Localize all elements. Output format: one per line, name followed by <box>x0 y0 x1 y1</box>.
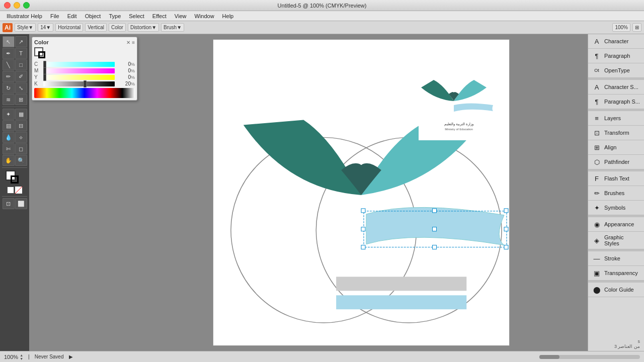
color-m-track[interactable] <box>43 68 115 73</box>
eyedropper-tool[interactable]: 💧 <box>3 132 15 143</box>
color-y-value[interactable]: 0 <box>117 74 131 80</box>
none-box[interactable] <box>7 187 14 194</box>
menu-view[interactable]: View <box>171 13 191 19</box>
color-y-thumb[interactable] <box>43 74 46 81</box>
minimize-button[interactable] <box>14 2 20 9</box>
color-panel-menu[interactable]: ≡ <box>132 40 135 45</box>
panel-item-color-guide[interactable]: ⬤ Color Guide <box>588 283 644 297</box>
panel-item-character[interactable]: A Character <box>588 34 644 49</box>
hand-tool[interactable]: ✋ <box>3 155 15 166</box>
color-y-track[interactable] <box>43 75 115 80</box>
panel-item-layers[interactable]: ≡ Layers <box>588 111 644 126</box>
panel-item-paragraph[interactable]: ¶ Paragraph <box>588 49 644 63</box>
select-tool[interactable]: ↖ <box>3 36 15 47</box>
menu-help[interactable]: Help <box>218 13 238 19</box>
toolbar-arrange[interactable]: ⊞ <box>632 23 641 32</box>
color-k-value[interactable]: 20 <box>117 81 131 86</box>
graph-tool[interactable]: ▦ <box>15 109 27 120</box>
warp-tool[interactable]: ≋ <box>3 94 15 105</box>
toolbar-horizontal[interactable]: Horizontal <box>55 23 83 32</box>
status-scrollbar[interactable] <box>539 355 640 359</box>
color-c-track[interactable] <box>43 62 115 67</box>
line-tool[interactable]: ╲ <box>3 59 15 70</box>
toolbar-distortion[interactable]: Distortion▼ <box>128 23 159 32</box>
zoom-down-arrow[interactable]: ▼ <box>20 357 23 360</box>
handle-mr-center[interactable] <box>433 227 437 231</box>
handle-bl[interactable] <box>361 245 365 249</box>
handle-bc[interactable] <box>433 245 437 249</box>
toolbar-size[interactable]: 14▼ <box>38 23 53 32</box>
free-transform-tool[interactable]: ⊞ <box>15 94 27 105</box>
panel-item-appearance[interactable]: ◉ Appearance <box>588 217 644 232</box>
light-blue-arc[interactable] <box>366 207 504 245</box>
handle-tr[interactable] <box>504 209 508 213</box>
paintbrush-tool[interactable]: ✏ <box>3 71 15 82</box>
pencil-tool[interactable]: ✐ <box>15 71 27 82</box>
type-tool[interactable]: T <box>15 48 27 59</box>
eraser-tool[interactable]: ◻ <box>15 143 27 154</box>
handle-tc[interactable] <box>433 209 437 213</box>
panel-item-character-styles[interactable]: A Character S... <box>588 80 644 95</box>
menu-object[interactable]: Object <box>81 13 105 19</box>
toolbox: ↖ ↗ ✒ T ╲ □ ✏ ✐ ↻ ⤡ ≋ ⊞ ✦ ▦ ▤ ⊟ <box>0 34 29 351</box>
scrollbar-thumb[interactable] <box>539 355 559 359</box>
menu-edit[interactable]: Edit <box>63 13 81 19</box>
zoom-up-arrow[interactable]: ▲ <box>20 353 23 357</box>
menu-illustrator-help[interactable]: Illustrator Help <box>3 13 46 19</box>
panel-item-stroke[interactable]: — Stroke <box>588 251 644 266</box>
handle-tl[interactable] <box>361 209 365 213</box>
color-stroke-swatch[interactable] <box>38 51 45 58</box>
rotate-tool[interactable]: ↻ <box>3 82 15 94</box>
menu-effect[interactable]: Effect <box>148 13 171 19</box>
handle-mr[interactable] <box>504 227 508 231</box>
panel-item-brushes[interactable]: ✏ Brushes <box>588 186 644 201</box>
panel-item-align[interactable]: ⊞ Align <box>588 140 644 155</box>
chart-tool[interactable]: ⊟ <box>15 120 27 131</box>
toolbar-style[interactable]: Style▼ <box>15 23 36 32</box>
color-panel-close[interactable]: ✕ <box>126 40 130 45</box>
panel-item-transparency[interactable]: ▣ Transparency <box>588 266 644 281</box>
rect-tool[interactable]: □ <box>15 59 27 70</box>
panel-item-pathfinder[interactable]: ⬡ Pathfinder <box>588 155 644 169</box>
menu-file[interactable]: File <box>46 13 63 19</box>
toolbar-brush[interactable]: Brush▼ <box>161 23 184 32</box>
maximize-button[interactable] <box>23 2 30 9</box>
color-spectrum[interactable] <box>34 88 135 98</box>
panel-item-flash-text[interactable]: F Flash Text <box>588 171 644 186</box>
color-c-value[interactable]: 0 <box>117 61 131 67</box>
scissors-tool[interactable]: ✄ <box>3 143 15 154</box>
panel-item-transform[interactable]: ⊡ Transform <box>588 126 644 140</box>
symbol-tool[interactable]: ✦ <box>3 109 15 120</box>
toolbar-vertical[interactable]: Vertical <box>85 23 107 32</box>
color-c-label: C <box>34 61 41 67</box>
handle-br[interactable] <box>504 245 508 249</box>
stroke-box[interactable] <box>11 175 19 184</box>
color-m-value[interactable]: 0 <box>117 68 131 73</box>
blend-tool[interactable]: ⟡ <box>15 132 27 143</box>
toolbar-color[interactable]: Color <box>109 23 126 32</box>
color-c-thumb[interactable] <box>43 61 46 68</box>
panel-item-symbols[interactable]: ✦ Symbols <box>588 201 644 215</box>
handle-ml[interactable] <box>361 227 365 231</box>
menu-type[interactable]: Type <box>105 13 125 19</box>
color-k-track[interactable] <box>43 81 115 86</box>
color-k-thumb[interactable] <box>84 80 87 87</box>
close-button[interactable] <box>4 2 11 9</box>
direct-select-tool[interactable]: ↗ <box>15 36 27 47</box>
color-m-thumb[interactable] <box>43 67 46 74</box>
gradient-box[interactable] <box>15 187 22 194</box>
fullscreen-mode[interactable]: ⬜ <box>15 198 27 209</box>
scale-tool[interactable]: ⤡ <box>15 82 27 94</box>
panel-item-graphic-styles[interactable]: ◈ Graphic Styles <box>588 232 644 249</box>
zoom-value[interactable]: 100% <box>4 354 18 360</box>
status-arrow[interactable]: ▶ <box>69 354 73 359</box>
pen-tool[interactable]: ✒ <box>3 48 15 59</box>
toolbar-extra[interactable]: 100% <box>612 23 630 32</box>
screen-mode[interactable]: ⊡ <box>3 198 15 209</box>
menu-window[interactable]: Window <box>190 13 218 19</box>
panel-item-opentype[interactable]: Ot OpenType <box>588 63 644 78</box>
chart-bar-tool[interactable]: ▤ <box>3 120 15 131</box>
panel-item-paragraph-styles[interactable]: ¶ Paragraph S... <box>588 95 644 109</box>
menu-select[interactable]: Select <box>125 13 148 19</box>
zoom-tool[interactable]: 🔍 <box>15 155 27 166</box>
